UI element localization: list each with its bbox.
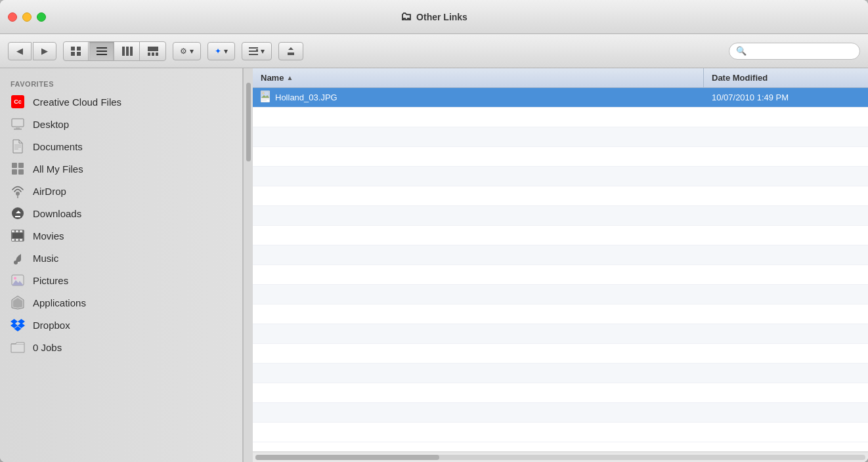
svg-rect-2 xyxy=(71,52,75,56)
downloads-icon xyxy=(11,206,25,220)
view-cover-button[interactable] xyxy=(141,42,165,60)
gear-icon: ⚙ xyxy=(180,47,187,56)
svg-rect-18 xyxy=(12,119,24,127)
sidebar-label-pictures: Pictures xyxy=(33,275,68,286)
minimize-button[interactable] xyxy=(22,12,32,22)
maximize-button[interactable] xyxy=(37,12,46,22)
share-button[interactable] xyxy=(278,42,303,60)
sidebar-item-movies[interactable]: Movies xyxy=(0,224,242,247)
action-arrow-icon: ▾ xyxy=(190,47,194,56)
sidebar-label-dropbox: Dropbox xyxy=(33,320,70,331)
svg-rect-25 xyxy=(18,163,24,168)
dropbox-button[interactable]: ✦ ▾ xyxy=(207,42,235,60)
file-area: Name ▲ Date Modified xyxy=(253,68,868,462)
sidebar-item-pictures[interactable]: Pictures xyxy=(0,269,242,291)
svg-rect-39 xyxy=(20,239,22,241)
dropbox-arrow-icon: ▾ xyxy=(224,47,228,56)
close-button[interactable] xyxy=(8,12,17,22)
title-bar: 🗂 Other Links xyxy=(0,0,868,34)
view-list-button[interactable] xyxy=(89,42,114,60)
search-input[interactable] xyxy=(750,47,853,56)
empty-row xyxy=(253,423,868,442)
empty-row xyxy=(253,127,868,147)
back-button[interactable]: ◀ xyxy=(8,42,32,60)
svg-rect-36 xyxy=(20,230,22,232)
dropbox-icon xyxy=(11,318,25,332)
airdrop-icon xyxy=(11,184,25,198)
creative-cloud-icon: Cc xyxy=(11,94,25,109)
scrollbar-track xyxy=(255,455,865,460)
sidebar-item-music[interactable]: Music xyxy=(0,247,242,269)
traffic-lights xyxy=(8,12,46,22)
pictures-icon xyxy=(11,273,25,287)
date-modified-column-header[interactable]: Date Modified xyxy=(704,68,868,87)
empty-row xyxy=(253,226,868,245)
nav-buttons: ◀ ▶ xyxy=(8,42,56,60)
sidebar-item-desktop[interactable]: Desktop xyxy=(0,113,242,135)
sidebar-item-all-my-files[interactable]: All My Files xyxy=(0,158,242,180)
arrange-arrow-icon: ▾ xyxy=(261,47,265,56)
toolbar: ◀ ▶ xyxy=(0,34,868,68)
file-list: Holland_03.JPG 10/07/2010 1:49 PM xyxy=(253,88,868,452)
svg-rect-4 xyxy=(97,47,107,49)
sidebar-label-airdrop: AirDrop xyxy=(33,186,66,197)
scrollbar-thumb[interactable] xyxy=(255,455,439,460)
svg-rect-7 xyxy=(122,47,125,56)
svg-rect-3 xyxy=(77,52,81,56)
movies-icon xyxy=(11,228,25,243)
empty-row xyxy=(253,344,868,364)
content-area: FAVORITES Cc Creative Cloud Files Deskto… xyxy=(0,68,868,462)
svg-rect-1 xyxy=(77,47,81,51)
svg-rect-40 xyxy=(12,233,23,238)
sidebar-scrollbar[interactable] xyxy=(243,68,253,462)
svg-rect-13 xyxy=(156,52,158,56)
arrange-button[interactable]: ▾ xyxy=(242,42,272,60)
empty-row xyxy=(253,285,868,304)
view-column-button[interactable] xyxy=(115,42,140,60)
search-box[interactable]: 🔍 xyxy=(729,43,860,60)
sidebar-scroll[interactable]: FAVORITES Cc Creative Cloud Files Deskto… xyxy=(0,68,242,462)
sidebar: FAVORITES Cc Creative Cloud Files Deskto… xyxy=(0,68,243,462)
sidebar-item-dropbox[interactable]: Dropbox xyxy=(0,314,242,336)
svg-rect-17 xyxy=(256,49,258,52)
share-icon xyxy=(286,46,296,56)
applications-icon xyxy=(11,295,25,310)
sidebar-item-applications[interactable]: Applications xyxy=(0,291,242,314)
sort-arrow-icon: ▲ xyxy=(286,74,293,81)
empty-row xyxy=(253,383,868,403)
sidebar-item-downloads[interactable]: Downloads xyxy=(0,202,242,224)
documents-icon xyxy=(11,139,25,154)
image-file-icon xyxy=(261,91,270,104)
svg-rect-38 xyxy=(16,239,18,241)
file-header: Name ▲ Date Modified xyxy=(253,68,868,88)
sidebar-label-all-my-files: All My Files xyxy=(33,163,83,175)
window-title-area: 🗂 Other Links xyxy=(401,10,467,24)
action-button[interactable]: ⚙ ▾ xyxy=(173,42,201,60)
file-name: Holland_03.JPG xyxy=(275,93,337,102)
horizontal-scrollbar[interactable] xyxy=(253,452,868,462)
name-column-header[interactable]: Name ▲ xyxy=(253,68,704,87)
table-row[interactable]: Holland_03.JPG 10/07/2010 1:49 PM xyxy=(253,88,868,108)
svg-rect-5 xyxy=(97,51,107,52)
sidebar-label-documents: Documents xyxy=(33,141,83,152)
sidebar-label-jobs: 0 Jobs xyxy=(33,342,62,353)
sidebar-item-documents[interactable]: Documents xyxy=(0,135,242,158)
empty-row xyxy=(253,206,868,226)
sidebar-item-airdrop[interactable]: AirDrop xyxy=(0,180,242,202)
file-date-cell: 10/07/2010 1:49 PM xyxy=(704,93,868,102)
arrange-icon xyxy=(249,47,258,55)
view-icon-button[interactable] xyxy=(64,42,89,60)
folder-icon: 🗂 xyxy=(401,10,412,24)
empty-row xyxy=(253,403,868,423)
sidebar-scroll-thumb[interactable] xyxy=(246,83,251,161)
sidebar-label-applications: Applications xyxy=(33,297,86,308)
empty-row xyxy=(253,364,868,383)
svg-rect-0 xyxy=(71,47,75,51)
sidebar-label-movies: Movies xyxy=(33,230,64,242)
sidebar-item-jobs[interactable]: 0 Jobs xyxy=(0,336,242,358)
empty-row xyxy=(253,304,868,324)
forward-button[interactable]: ▶ xyxy=(33,42,56,60)
search-icon: 🔍 xyxy=(736,46,747,56)
sidebar-item-creative-cloud-files[interactable]: Cc Creative Cloud Files xyxy=(0,91,242,113)
finder-window: 🗂 Other Links ◀ ▶ xyxy=(0,0,868,462)
